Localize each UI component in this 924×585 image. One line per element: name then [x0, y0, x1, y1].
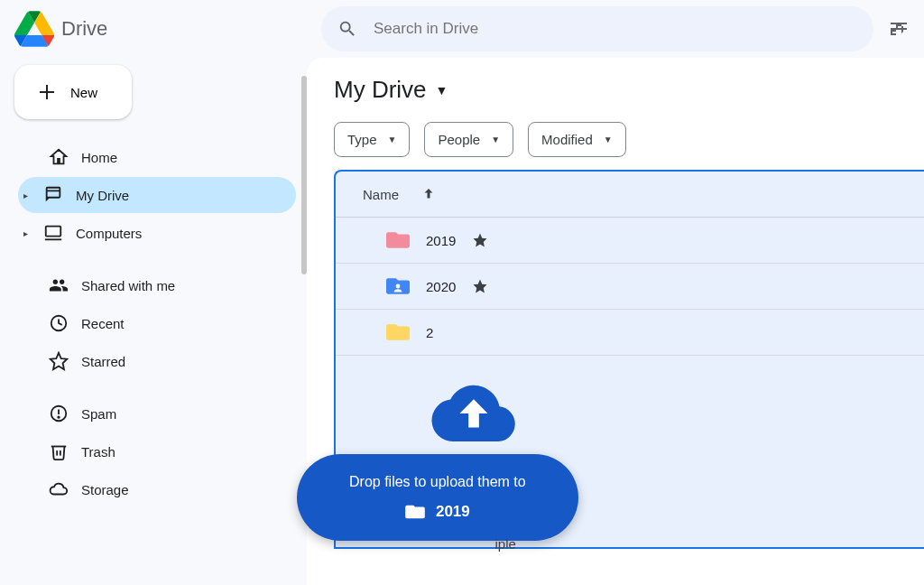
people-icon — [49, 275, 69, 295]
sidebar-item-label: Spam — [81, 406, 116, 422]
sort-ascending-icon — [420, 186, 437, 202]
expand-caret-icon[interactable]: ▸ — [20, 190, 31, 200]
svg-marker-11 — [474, 234, 487, 247]
sidebar-item-label: My Drive — [76, 188, 129, 203]
file-name-fragment: iple — [495, 536, 516, 552]
search-options-icon[interactable] — [888, 18, 910, 40]
upload-toast-message: Drop files to upload them to — [349, 474, 526, 490]
cloud-icon — [49, 479, 69, 499]
sidebar-item-trash[interactable]: Trash — [18, 433, 296, 469]
svg-marker-5 — [51, 353, 67, 369]
svg-point-12 — [396, 284, 401, 289]
file-row[interactable]: 2020 — [336, 264, 924, 310]
home-icon — [49, 147, 69, 167]
sidebar-item-my-drive[interactable]: ▸ My Drive — [18, 177, 296, 213]
spam-icon — [49, 404, 69, 423]
shared-folder-icon — [386, 276, 410, 296]
sidebar-item-spam[interactable]: Spam — [18, 395, 296, 432]
svg-point-8 — [58, 416, 59, 417]
filter-chip-people[interactable]: People▼ — [424, 122, 513, 157]
sidebar-item-computers[interactable]: ▸ Computers — [18, 215, 296, 251]
sidebar: New Home ▸ My Drive ▸ Computers Shared w… — [0, 58, 307, 585]
trash-icon — [49, 441, 69, 461]
search-input[interactable] — [374, 20, 857, 38]
breadcrumb-label: My Drive — [334, 76, 427, 104]
chevron-down-icon: ▼ — [491, 135, 500, 144]
clock-icon — [49, 313, 69, 333]
filter-chip-type[interactable]: Type▼ — [334, 122, 410, 157]
app-logo-block[interactable]: Drive — [14, 11, 321, 47]
file-name: 2019 — [426, 233, 456, 248]
star-icon — [49, 351, 69, 371]
drive-icon — [43, 185, 63, 205]
svg-marker-13 — [474, 280, 487, 293]
sidebar-item-label: Shared with me — [81, 278, 175, 293]
svg-rect-2 — [46, 227, 61, 237]
sidebar-item-shared[interactable]: Shared with me — [18, 267, 296, 303]
app-title: Drive — [61, 17, 107, 41]
sidebar-item-label: Recent — [81, 316, 125, 331]
file-name: 2020 — [426, 279, 456, 294]
sidebar-item-label: Computers — [76, 226, 142, 241]
drive-logo-icon — [14, 11, 54, 47]
expand-caret-icon[interactable]: ▸ — [20, 228, 31, 238]
sidebar-item-label: Storage — [81, 482, 129, 497]
search-icon — [337, 19, 357, 39]
plus-icon — [36, 81, 58, 103]
search-bar[interactable] — [321, 6, 873, 51]
chevron-down-icon: ▼ — [436, 83, 448, 98]
folder-icon — [386, 322, 410, 342]
upload-toast-target: 2019 — [436, 503, 470, 521]
column-header-name[interactable]: Name — [336, 172, 924, 218]
cloud-upload-icon — [429, 378, 519, 441]
sidebar-item-starred[interactable]: Starred — [18, 343, 296, 379]
starred-icon — [472, 232, 488, 248]
new-button-label: New — [70, 85, 97, 100]
sidebar-item-home[interactable]: Home — [18, 139, 296, 175]
sidebar-item-label: Home — [81, 150, 117, 165]
sidebar-item-label: Trash — [81, 444, 116, 460]
file-row-partial[interactable]: xxxxxxxxxxxxxxxxxxx iple — [350, 536, 516, 552]
sidebar-item-storage[interactable]: Storage — [18, 471, 296, 507]
upload-toast: Drop files to upload them to 2019 — [297, 454, 578, 541]
file-name: 2 — [426, 325, 433, 340]
folder-icon — [386, 230, 410, 250]
sidebar-item-recent[interactable]: Recent — [18, 305, 296, 341]
new-button[interactable]: New — [14, 65, 132, 119]
folder-icon — [405, 504, 425, 520]
chevron-down-icon: ▼ — [388, 135, 397, 144]
filter-chip-modified[interactable]: Modified▼ — [528, 122, 626, 157]
computers-icon — [43, 223, 63, 243]
sidebar-item-label: Starred — [81, 354, 125, 369]
file-row[interactable]: 2019 — [336, 218, 924, 264]
file-row[interactable]: 2 — [336, 310, 924, 356]
chevron-down-icon: ▼ — [604, 135, 613, 144]
breadcrumb[interactable]: My Drive ▼ — [334, 76, 924, 122]
starred-icon — [472, 278, 488, 294]
